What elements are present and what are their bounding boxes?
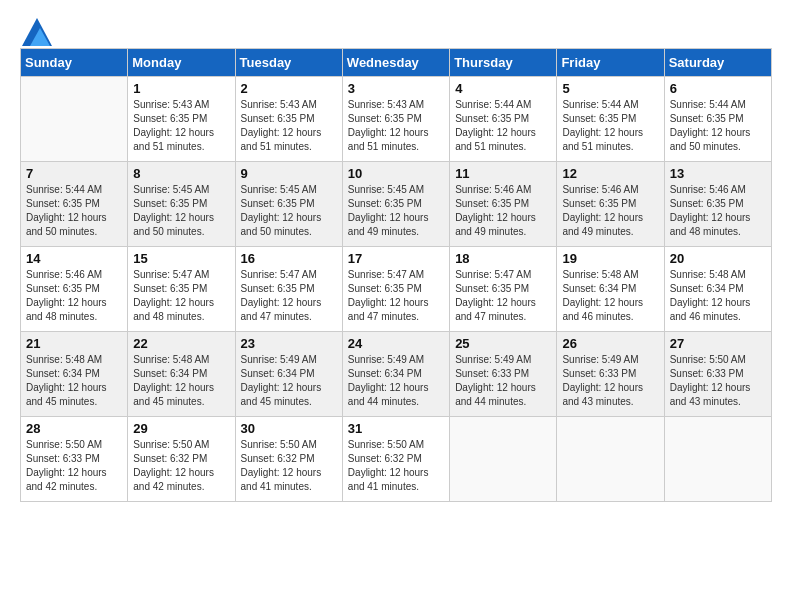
day-number: 31 — [348, 421, 444, 436]
logo-icon — [22, 18, 52, 46]
calendar-week-row: 1Sunrise: 5:43 AMSunset: 6:35 PMDaylight… — [21, 77, 772, 162]
calendar-cell: 27Sunrise: 5:50 AMSunset: 6:33 PMDayligh… — [664, 332, 771, 417]
day-info: Sunrise: 5:48 AMSunset: 6:34 PMDaylight:… — [133, 353, 229, 409]
day-number: 1 — [133, 81, 229, 96]
calendar-cell: 26Sunrise: 5:49 AMSunset: 6:33 PMDayligh… — [557, 332, 664, 417]
day-number: 19 — [562, 251, 658, 266]
day-info: Sunrise: 5:48 AMSunset: 6:34 PMDaylight:… — [562, 268, 658, 324]
day-number: 11 — [455, 166, 551, 181]
day-number: 21 — [26, 336, 122, 351]
calendar-cell — [450, 417, 557, 502]
calendar-cell: 2Sunrise: 5:43 AMSunset: 6:35 PMDaylight… — [235, 77, 342, 162]
calendar-cell: 14Sunrise: 5:46 AMSunset: 6:35 PMDayligh… — [21, 247, 128, 332]
day-number: 3 — [348, 81, 444, 96]
day-info: Sunrise: 5:43 AMSunset: 6:35 PMDaylight:… — [133, 98, 229, 154]
day-info: Sunrise: 5:47 AMSunset: 6:35 PMDaylight:… — [133, 268, 229, 324]
day-number: 4 — [455, 81, 551, 96]
day-number: 22 — [133, 336, 229, 351]
calendar-cell: 9Sunrise: 5:45 AMSunset: 6:35 PMDaylight… — [235, 162, 342, 247]
col-header-tuesday: Tuesday — [235, 49, 342, 77]
day-number: 15 — [133, 251, 229, 266]
col-header-sunday: Sunday — [21, 49, 128, 77]
calendar-table: SundayMondayTuesdayWednesdayThursdayFrid… — [20, 48, 772, 502]
calendar-cell: 21Sunrise: 5:48 AMSunset: 6:34 PMDayligh… — [21, 332, 128, 417]
calendar-week-row: 14Sunrise: 5:46 AMSunset: 6:35 PMDayligh… — [21, 247, 772, 332]
calendar-cell: 3Sunrise: 5:43 AMSunset: 6:35 PMDaylight… — [342, 77, 449, 162]
day-number: 12 — [562, 166, 658, 181]
day-number: 6 — [670, 81, 766, 96]
page-header — [20, 20, 772, 38]
day-number: 28 — [26, 421, 122, 436]
calendar-cell: 20Sunrise: 5:48 AMSunset: 6:34 PMDayligh… — [664, 247, 771, 332]
day-info: Sunrise: 5:47 AMSunset: 6:35 PMDaylight:… — [241, 268, 337, 324]
day-number: 27 — [670, 336, 766, 351]
col-header-monday: Monday — [128, 49, 235, 77]
day-info: Sunrise: 5:45 AMSunset: 6:35 PMDaylight:… — [348, 183, 444, 239]
day-info: Sunrise: 5:50 AMSunset: 6:32 PMDaylight:… — [241, 438, 337, 494]
calendar-cell: 12Sunrise: 5:46 AMSunset: 6:35 PMDayligh… — [557, 162, 664, 247]
calendar-cell: 22Sunrise: 5:48 AMSunset: 6:34 PMDayligh… — [128, 332, 235, 417]
day-number: 16 — [241, 251, 337, 266]
day-number: 9 — [241, 166, 337, 181]
calendar-cell — [557, 417, 664, 502]
day-info: Sunrise: 5:46 AMSunset: 6:35 PMDaylight:… — [562, 183, 658, 239]
day-number: 5 — [562, 81, 658, 96]
day-info: Sunrise: 5:49 AMSunset: 6:34 PMDaylight:… — [348, 353, 444, 409]
day-number: 13 — [670, 166, 766, 181]
logo — [20, 20, 52, 38]
day-number: 23 — [241, 336, 337, 351]
calendar-week-row: 28Sunrise: 5:50 AMSunset: 6:33 PMDayligh… — [21, 417, 772, 502]
calendar-cell: 11Sunrise: 5:46 AMSunset: 6:35 PMDayligh… — [450, 162, 557, 247]
day-info: Sunrise: 5:45 AMSunset: 6:35 PMDaylight:… — [241, 183, 337, 239]
day-info: Sunrise: 5:50 AMSunset: 6:33 PMDaylight:… — [670, 353, 766, 409]
calendar-cell: 7Sunrise: 5:44 AMSunset: 6:35 PMDaylight… — [21, 162, 128, 247]
day-info: Sunrise: 5:49 AMSunset: 6:33 PMDaylight:… — [455, 353, 551, 409]
calendar-cell — [664, 417, 771, 502]
calendar-cell — [21, 77, 128, 162]
day-info: Sunrise: 5:46 AMSunset: 6:35 PMDaylight:… — [455, 183, 551, 239]
calendar-cell: 1Sunrise: 5:43 AMSunset: 6:35 PMDaylight… — [128, 77, 235, 162]
day-info: Sunrise: 5:48 AMSunset: 6:34 PMDaylight:… — [26, 353, 122, 409]
day-info: Sunrise: 5:44 AMSunset: 6:35 PMDaylight:… — [455, 98, 551, 154]
day-info: Sunrise: 5:48 AMSunset: 6:34 PMDaylight:… — [670, 268, 766, 324]
calendar-cell: 6Sunrise: 5:44 AMSunset: 6:35 PMDaylight… — [664, 77, 771, 162]
calendar-week-row: 7Sunrise: 5:44 AMSunset: 6:35 PMDaylight… — [21, 162, 772, 247]
calendar-cell: 19Sunrise: 5:48 AMSunset: 6:34 PMDayligh… — [557, 247, 664, 332]
day-info: Sunrise: 5:47 AMSunset: 6:35 PMDaylight:… — [348, 268, 444, 324]
calendar-cell: 8Sunrise: 5:45 AMSunset: 6:35 PMDaylight… — [128, 162, 235, 247]
calendar-cell: 30Sunrise: 5:50 AMSunset: 6:32 PMDayligh… — [235, 417, 342, 502]
day-info: Sunrise: 5:50 AMSunset: 6:32 PMDaylight:… — [348, 438, 444, 494]
day-info: Sunrise: 5:46 AMSunset: 6:35 PMDaylight:… — [26, 268, 122, 324]
day-number: 24 — [348, 336, 444, 351]
day-number: 2 — [241, 81, 337, 96]
day-info: Sunrise: 5:50 AMSunset: 6:32 PMDaylight:… — [133, 438, 229, 494]
day-info: Sunrise: 5:44 AMSunset: 6:35 PMDaylight:… — [562, 98, 658, 154]
calendar-cell: 17Sunrise: 5:47 AMSunset: 6:35 PMDayligh… — [342, 247, 449, 332]
col-header-friday: Friday — [557, 49, 664, 77]
calendar-cell: 28Sunrise: 5:50 AMSunset: 6:33 PMDayligh… — [21, 417, 128, 502]
calendar-week-row: 21Sunrise: 5:48 AMSunset: 6:34 PMDayligh… — [21, 332, 772, 417]
calendar-cell: 5Sunrise: 5:44 AMSunset: 6:35 PMDaylight… — [557, 77, 664, 162]
col-header-thursday: Thursday — [450, 49, 557, 77]
calendar-cell: 25Sunrise: 5:49 AMSunset: 6:33 PMDayligh… — [450, 332, 557, 417]
day-number: 25 — [455, 336, 551, 351]
calendar-cell: 16Sunrise: 5:47 AMSunset: 6:35 PMDayligh… — [235, 247, 342, 332]
day-number: 20 — [670, 251, 766, 266]
day-number: 17 — [348, 251, 444, 266]
day-number: 29 — [133, 421, 229, 436]
day-info: Sunrise: 5:45 AMSunset: 6:35 PMDaylight:… — [133, 183, 229, 239]
day-info: Sunrise: 5:49 AMSunset: 6:33 PMDaylight:… — [562, 353, 658, 409]
day-number: 10 — [348, 166, 444, 181]
calendar-cell: 18Sunrise: 5:47 AMSunset: 6:35 PMDayligh… — [450, 247, 557, 332]
day-number: 26 — [562, 336, 658, 351]
calendar-cell: 24Sunrise: 5:49 AMSunset: 6:34 PMDayligh… — [342, 332, 449, 417]
col-header-wednesday: Wednesday — [342, 49, 449, 77]
day-number: 18 — [455, 251, 551, 266]
day-info: Sunrise: 5:43 AMSunset: 6:35 PMDaylight:… — [348, 98, 444, 154]
day-info: Sunrise: 5:50 AMSunset: 6:33 PMDaylight:… — [26, 438, 122, 494]
calendar-cell: 15Sunrise: 5:47 AMSunset: 6:35 PMDayligh… — [128, 247, 235, 332]
day-info: Sunrise: 5:44 AMSunset: 6:35 PMDaylight:… — [670, 98, 766, 154]
day-info: Sunrise: 5:44 AMSunset: 6:35 PMDaylight:… — [26, 183, 122, 239]
calendar-cell: 29Sunrise: 5:50 AMSunset: 6:32 PMDayligh… — [128, 417, 235, 502]
day-number: 30 — [241, 421, 337, 436]
